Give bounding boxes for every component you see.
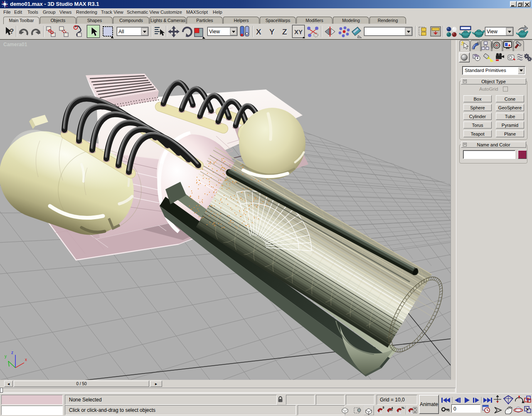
- svg-text:All: All: [118, 29, 124, 35]
- svg-text:?: ?: [10, 27, 14, 35]
- svg-text:x: x: [25, 357, 27, 362]
- svg-text:Z: Z: [282, 27, 287, 36]
- svg-text:View: View: [487, 29, 498, 35]
- svg-text:X: X: [256, 27, 261, 36]
- svg-text:XY: XY: [294, 28, 303, 35]
- svg-text:3: 3: [382, 406, 384, 409]
- svg-text:View: View: [209, 29, 220, 35]
- svg-text:z: z: [11, 350, 13, 355]
- svg-text:y: y: [5, 354, 7, 359]
- svg-text:Y: Y: [269, 27, 275, 36]
- svg-text:Camera01: Camera01: [3, 42, 27, 47]
- svg-text:%: %: [401, 406, 404, 410]
